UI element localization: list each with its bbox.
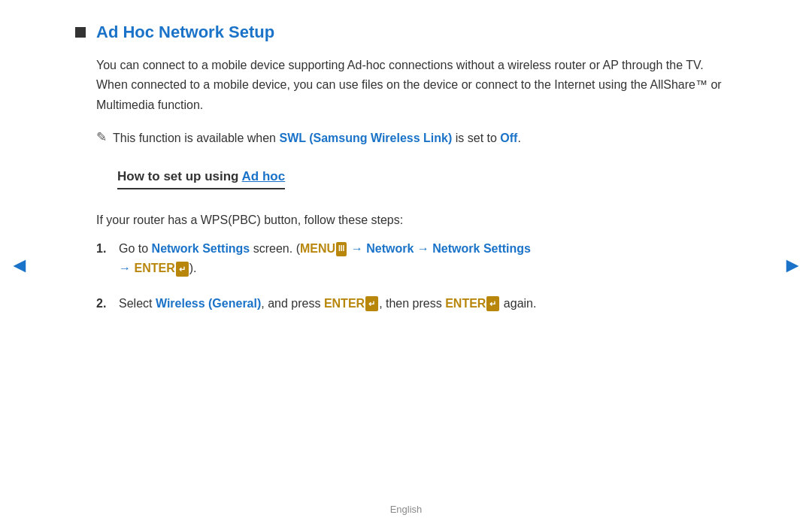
step1-network-settings-link[interactable]: Network Settings bbox=[152, 242, 250, 255]
enter-icon-1: ↵ bbox=[176, 262, 189, 277]
step2-enter-label2: ENTER bbox=[445, 297, 486, 310]
step2-text-then: , then press bbox=[379, 297, 445, 310]
step2-text-middle: , and press bbox=[261, 297, 324, 310]
step1-paren-close: ). bbox=[189, 262, 197, 274]
note-row: ✎ This function is available when SWL (S… bbox=[96, 129, 737, 148]
section-square-icon bbox=[75, 27, 86, 38]
step1-newline-arrow: → bbox=[119, 262, 134, 274]
enter-icon-3: ↵ bbox=[486, 296, 499, 311]
step1-arrow1: → bbox=[347, 242, 366, 255]
note-text-before: This function is available when bbox=[113, 132, 279, 144]
step2-text-end: again. bbox=[500, 297, 536, 310]
step1-text-before: Go to bbox=[119, 242, 152, 255]
nav-arrow-right[interactable]: ► bbox=[782, 253, 803, 277]
section-title: Ad Hoc Network Setup bbox=[96, 23, 274, 42]
steps-intro: If your router has a WPS(PBC) button, fo… bbox=[96, 214, 737, 227]
step-1: 1. Go to Network Settings screen. (MENUI… bbox=[96, 239, 737, 279]
step-2: 2. Select Wireless (General), and press … bbox=[96, 294, 737, 313]
step1-enter-label: ENTER bbox=[134, 262, 174, 274]
step2-text-before: Select bbox=[119, 297, 156, 310]
step-1-content: Go to Network Settings screen. (MENUIII … bbox=[119, 239, 737, 279]
step1-network-settings2: Network Settings bbox=[432, 242, 531, 255]
step-1-number: 1. bbox=[96, 239, 111, 259]
step1-network: Network bbox=[366, 242, 414, 255]
step1-text-after: screen. ( bbox=[250, 242, 300, 255]
step1-menu-label: MENU bbox=[300, 242, 335, 255]
language-label: English bbox=[390, 504, 423, 515]
step2-enter-label1: ENTER bbox=[324, 297, 365, 310]
enter-icon-2: ↵ bbox=[365, 296, 378, 311]
note-text-middle: is set to bbox=[452, 132, 500, 144]
swl-link[interactable]: SWL (Samsung Wireless Link) bbox=[279, 132, 452, 144]
step1-arrow2: → bbox=[414, 242, 432, 255]
note-text-end: . bbox=[517, 132, 520, 144]
subsection-heading-text: How to set up using bbox=[117, 169, 242, 183]
step2-wireless-general-link[interactable]: Wireless (General) bbox=[156, 297, 261, 310]
note-icon: ✎ bbox=[96, 129, 107, 145]
nav-arrow-left[interactable]: ◄ bbox=[9, 253, 30, 277]
subsection-heading-link[interactable]: Ad hoc bbox=[242, 169, 286, 183]
numbered-list: 1. Go to Network Settings screen. (MENUI… bbox=[96, 239, 737, 313]
step-2-number: 2. bbox=[96, 294, 111, 313]
note-off: Off bbox=[500, 132, 517, 144]
subsection-heading: How to set up using Ad hoc bbox=[117, 169, 285, 189]
note-text: This function is available when SWL (Sam… bbox=[113, 129, 521, 148]
footer: English bbox=[0, 504, 812, 515]
menu-icon: III bbox=[336, 242, 347, 256]
body-paragraph: You can connect to a mobile device suppo… bbox=[96, 56, 737, 115]
step-2-content: Select Wireless (General), and press ENT… bbox=[119, 294, 737, 313]
